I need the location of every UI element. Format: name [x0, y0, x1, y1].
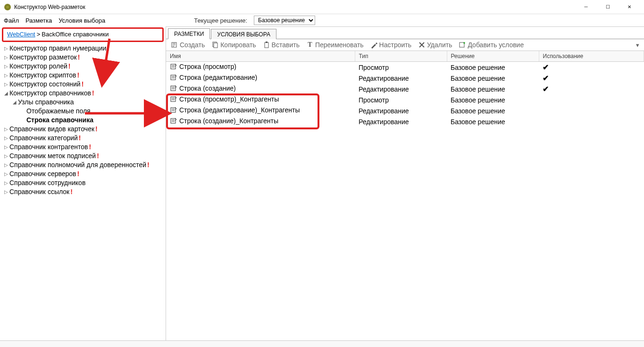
modified-icon: ! — [77, 169, 80, 178]
col-type[interactable]: Тип — [355, 51, 447, 62]
table-row[interactable]: Строка (редактирование)_КонтрагентыРедак… — [166, 105, 644, 116]
tree-node[interactable]: ▷Справочник серверов ! — [3, 169, 166, 178]
menu-file[interactable]: Файл — [4, 17, 19, 24]
tree-twisty-icon[interactable]: ▷ — [3, 152, 9, 161]
grid: Имя Тип Решение Использование Строка (пр… — [166, 51, 644, 340]
tree-twisty-icon[interactable]: ▷ — [3, 71, 9, 80]
tree-node[interactable]: ▷Справочник меток подписей ! — [3, 152, 166, 161]
modified-icon: ! — [97, 152, 99, 161]
tree-node[interactable]: ▷Конструктор ролей ! — [3, 62, 166, 71]
paste-button[interactable]: Вставить — [260, 40, 302, 50]
cell-solution: Базовое решение — [447, 84, 539, 94]
tree-label[interactable]: Конструктор разметок — [9, 53, 77, 62]
tree-node[interactable]: ▷Справочник полномочий для доверенностей… — [3, 161, 166, 169]
table-row[interactable]: Строка (создание)РедактированиеБазовое р… — [166, 84, 644, 94]
tree-label[interactable]: Строка справочника — [26, 116, 93, 125]
table-row[interactable]: Строка (просмотр)ПросмотрБазовое решение… — [166, 62, 644, 73]
breadcrumb: WebClient > BackOffice справочники — [2, 27, 164, 42]
solution-select[interactable]: Базовое решение — [254, 16, 315, 25]
tree-label[interactable]: Справочник ссылок — [9, 187, 69, 196]
configure-button[interactable]: Настроить — [368, 40, 414, 50]
close-button[interactable]: ✕ — [619, 0, 640, 14]
tree-node[interactable]: ◢Конструктор справочников ! — [3, 89, 166, 98]
tree-node[interactable]: ▷Конструктор состояний ! — [3, 80, 166, 89]
col-usage[interactable]: Использование — [539, 51, 644, 62]
tree-node[interactable]: Строка справочника — [3, 116, 166, 125]
tree-label[interactable]: Конструктор ролей — [9, 62, 67, 71]
tree-twisty-icon[interactable]: ▷ — [3, 53, 9, 62]
tree-node[interactable]: ▷Конструктор правил нумерации ! — [3, 44, 166, 53]
table-row[interactable]: Строка (редактирование)РедактированиеБаз… — [166, 73, 644, 84]
tree-label[interactable]: Справочник меток подписей — [9, 152, 96, 161]
tree-label[interactable]: Справочник видов карточек — [9, 125, 94, 134]
cell-type: Просмотр — [355, 62, 447, 73]
copy-button[interactable]: Копировать — [209, 40, 259, 50]
tree-node[interactable]: ▷Справочник контрагентов ! — [3, 143, 166, 152]
tree-label[interactable]: Конструктор состояний — [9, 80, 81, 89]
cell-type: Редактирование — [355, 84, 447, 94]
cell-name: Строка (создание) — [179, 85, 236, 92]
table-row[interactable]: Строка (создание)_КонтрагентыРедактирова… — [166, 116, 644, 127]
menu-conditions[interactable]: Условия выбора — [59, 17, 105, 24]
breadcrumb-root[interactable]: WebClient — [7, 31, 35, 38]
tree-node[interactable]: ▷Справочник ссылок ! — [3, 187, 166, 196]
cell-solution: Базовое решение — [447, 73, 539, 84]
tree-twisty-icon[interactable]: ▷ — [3, 44, 9, 53]
col-solution[interactable]: Решение — [447, 51, 539, 62]
cell-usage — [539, 105, 644, 116]
tree-label[interactable]: Справочник полномочий для доверенностей — [9, 161, 146, 169]
tree-twisty-icon[interactable]: ▷ — [3, 80, 9, 89]
tree-twisty-icon[interactable]: ▷ — [3, 134, 9, 143]
tab-markups[interactable]: РАЗМЕТКИ — [168, 28, 210, 39]
svg-rect-13 — [171, 118, 176, 123]
tree-node[interactable]: ▷Конструктор скриптов ! — [3, 71, 166, 80]
maximize-button[interactable]: ☐ — [597, 0, 619, 14]
menu-markup[interactable]: Разметка — [25, 17, 52, 24]
tree-twisty-icon[interactable]: ▷ — [3, 178, 9, 187]
tree-node[interactable]: ◢Узлы справочника — [3, 98, 166, 107]
svg-rect-12 — [171, 108, 176, 112]
tree-twisty-icon[interactable]: ▷ — [3, 169, 9, 178]
breadcrumb-current: BackOffice справочники — [42, 31, 109, 38]
table-row[interactable]: Строка (просмотр)_КонтрагентыПросмотрБаз… — [166, 94, 644, 105]
cell-solution: Базовое решение — [447, 116, 539, 127]
toolbar-overflow[interactable]: ▾ — [633, 41, 642, 50]
tree-node[interactable]: ▷Конструктор разметок ! — [3, 53, 166, 62]
create-button[interactable]: Создать — [168, 40, 208, 50]
tree-label[interactable]: Конструктор справочников — [9, 89, 91, 98]
layout-icon — [170, 74, 177, 83]
tree-twisty-icon[interactable]: ◢ — [3, 89, 9, 98]
tree-twisty-icon[interactable]: ◢ — [11, 98, 18, 107]
tree-label[interactable]: Справочник сотрудников — [9, 178, 85, 187]
modified-icon: ! — [95, 125, 98, 134]
modified-icon: ! — [89, 143, 91, 152]
tree-label[interactable]: Узлы справочника — [18, 98, 74, 107]
tree-label[interactable]: Справочник категорий — [9, 134, 78, 143]
cell-usage — [539, 94, 644, 105]
tree-node[interactable]: ▷Справочник сотрудников — [3, 178, 166, 187]
tree-twisty-icon[interactable]: ▷ — [3, 125, 9, 134]
tree-twisty-icon[interactable]: ▷ — [3, 143, 9, 152]
svg-rect-8 — [171, 64, 176, 69]
tree-node[interactable]: ▷Справочник категорий ! — [3, 134, 166, 143]
tree-twisty-icon[interactable]: ▷ — [3, 187, 9, 196]
tree-label[interactable]: Отображаемые поля — [26, 107, 91, 116]
tab-conditions[interactable]: УСЛОВИЯ ВЫБОРА — [211, 29, 276, 39]
tree-label[interactable]: Справочник серверов — [9, 169, 76, 178]
modified-icon: ! — [107, 44, 109, 53]
tree-label[interactable]: Справочник контрагентов — [9, 143, 88, 152]
delete-button[interactable]: Удалить — [415, 40, 455, 50]
tree-label[interactable]: Конструктор скриптов — [9, 71, 76, 80]
minimize-button[interactable]: ─ — [575, 0, 597, 14]
tree-twisty-icon[interactable]: ▷ — [3, 161, 9, 169]
rename-button[interactable]: TПереименовать — [303, 40, 367, 50]
tree-label[interactable]: Конструктор правил нумерации — [9, 44, 106, 53]
check-icon: ✔ — [543, 63, 549, 71]
cell-name: Строка (редактирование)_Контрагенты — [179, 106, 300, 114]
tree-twisty-icon[interactable]: ▷ — [3, 62, 9, 71]
svg-rect-6 — [266, 42, 268, 43]
tree-node[interactable]: ▷Справочник видов карточек ! — [3, 125, 166, 134]
add-condition-button[interactable]: Добавить условие — [456, 40, 527, 50]
tree-node[interactable]: Отображаемые поля — [3, 107, 166, 116]
col-name[interactable]: Имя — [166, 51, 355, 62]
